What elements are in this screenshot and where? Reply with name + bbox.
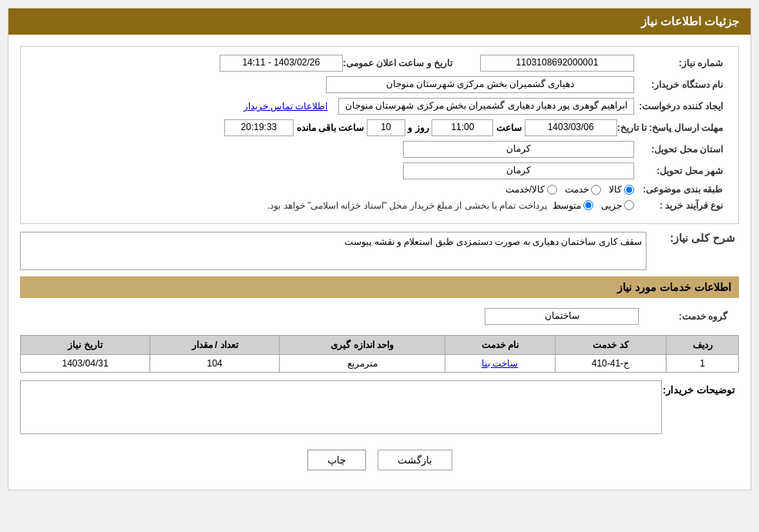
col-header-date: تاریخ نیاز (21, 336, 150, 355)
category-label: طبقه بندی موضوعی: (634, 184, 727, 195)
purchase-type-medium[interactable]: متوسط (552, 200, 593, 211)
announce-date-label: تاریخ و ساعت اعلان عمومی: (343, 58, 456, 69)
city-label: شهر محل تحویل: (634, 166, 727, 176)
category-option-both[interactable]: کالا/خدمت (505, 184, 557, 195)
category-radio-group: کالا خدمت کالا/خدمت (505, 184, 634, 195)
cell-unit: مترمربع (279, 355, 445, 373)
action-buttons-area: بازگشت چاپ (20, 442, 739, 478)
contact-link[interactable]: اطلاعات تماس خریدار (243, 101, 328, 112)
cell-row-num: 1 (667, 355, 739, 373)
col-header-code: کد خدمت (555, 336, 667, 355)
description-value: سقف کاری ساختمان دهیاری به صورت دستمزدی … (20, 232, 646, 270)
col-header-unit: واحد اندازه گیری (279, 336, 445, 355)
purchase-type-label: نوع فرآیند خرید : (634, 200, 727, 211)
buyer-org-label: نام دستگاه خریدار: (634, 79, 727, 90)
purchase-type-partial[interactable]: جزیی (601, 200, 634, 211)
group-value: ساختمان (485, 308, 639, 325)
col-header-qty: تعداد / مقدار (150, 336, 280, 355)
cell-service-name[interactable]: ساخت بنا (445, 355, 555, 373)
deadline-time: 11:00 (432, 119, 493, 136)
buyer-org-value: دهیاری گشمیران بخش مرکزی شهرستان منوجان (326, 76, 634, 93)
col-header-name: نام خدمت (445, 336, 555, 355)
category-option-service[interactable]: خدمت (565, 184, 601, 195)
cell-quantity: 104 (150, 355, 280, 373)
buyer-notes-textarea[interactable] (20, 380, 662, 434)
category-option-goods[interactable]: کالا (609, 184, 634, 195)
print-button[interactable]: چاپ (307, 450, 366, 470)
buyer-notes-label: توضیحات خریدار: (662, 380, 739, 396)
deadline-date: 1403/03/06 (525, 119, 617, 136)
service-table: ردیف کد خدمت نام خدمت واحد اندازه گیری ت… (20, 335, 739, 373)
back-button[interactable]: بازگشت (378, 450, 452, 470)
description-label: شرح کلی نیاز: (646, 232, 739, 244)
province-label: استان محل تحویل: (634, 144, 727, 155)
table-row: 1 ج-41-410 ساخت بنا مترمربع 104 1403/04/… (21, 355, 739, 373)
cell-need-date: 1403/04/31 (21, 355, 150, 373)
page-title: جزئیات اطلاعات نیاز (8, 8, 751, 35)
deadline-days-label: روز و (408, 122, 428, 133)
deadline-label: مهلت ارسال پاسخ: تا تاریخ: (617, 122, 727, 133)
need-number-value: 1103108692000001 (480, 55, 634, 72)
deadline-days: 10 (367, 119, 405, 136)
payment-note: پرداخت تمام یا بخشی از مبلغ خریدار محل "… (267, 200, 547, 211)
deadline-remaining-label: ساعت باقی مانده (297, 122, 364, 133)
announce-date-value: 1403/02/26 - 14:11 (220, 55, 343, 72)
purchase-type-radio-group: جزیی متوسط (552, 200, 634, 211)
service-section-title: اطلاعات خدمات مورد نیاز (20, 276, 739, 298)
deadline-time-label: ساعت (496, 122, 522, 133)
need-number-label: شماره نیاز: (634, 58, 727, 69)
creator-value: ابراهیم گوهری پور دهیار دهیاری گشمیران ب… (338, 98, 634, 115)
col-header-row: ردیف (667, 336, 739, 355)
province-value: کرمان (403, 141, 634, 158)
deadline-remaining: 20:19:33 (224, 119, 294, 136)
cell-service-code: ج-41-410 (555, 355, 667, 373)
city-value: کرمان (403, 162, 634, 179)
creator-label: ایجاد کننده درخواست: (634, 101, 727, 112)
group-label: گروه خدمت: (639, 311, 731, 322)
